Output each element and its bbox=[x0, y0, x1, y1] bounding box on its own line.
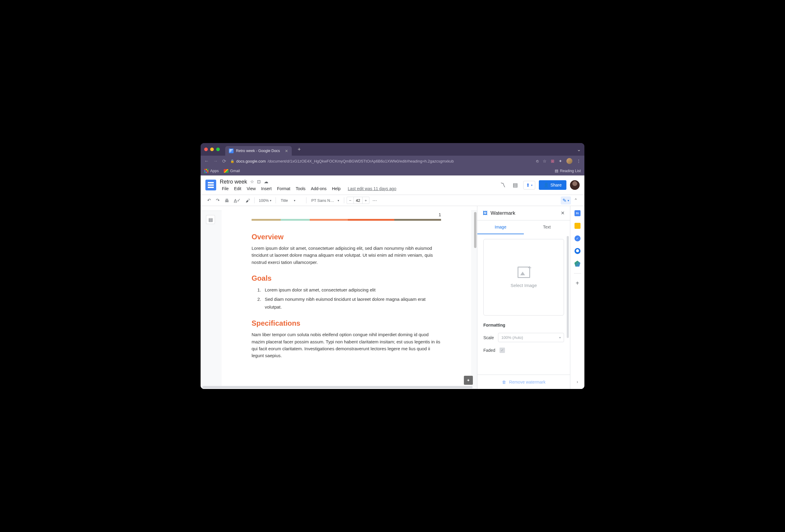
menu-edit[interactable]: Edit bbox=[232, 186, 244, 192]
menu-addons[interactable]: Add-ons bbox=[309, 186, 329, 192]
reload-button[interactable]: ⟳ bbox=[222, 158, 226, 164]
font-select[interactable]: PT Sans N…▾ bbox=[309, 198, 341, 203]
remove-watermark-button[interactable]: 🗑 Remove watermark bbox=[477, 375, 570, 389]
heading-goals[interactable]: Goals bbox=[252, 274, 441, 282]
share-button[interactable]: 👤 Share bbox=[539, 180, 566, 190]
menu-view[interactable]: View bbox=[245, 186, 258, 192]
more-tools-button[interactable]: ⋯ bbox=[371, 197, 379, 204]
zoom-select[interactable]: 100%▾ bbox=[257, 198, 273, 203]
cloud-status-icon[interactable]: ☁ bbox=[264, 179, 268, 184]
outline-toggle-button[interactable]: ▤ bbox=[206, 215, 215, 224]
scale-select[interactable]: 100% (Auto) ▾ bbox=[498, 333, 564, 342]
gmail-bookmark[interactable]: Gmail bbox=[224, 169, 240, 173]
docs-logo-icon[interactable] bbox=[205, 180, 216, 191]
spellcheck-button[interactable]: A✓ bbox=[232, 197, 243, 204]
last-edit-link[interactable]: Last edit was 11 days ago bbox=[346, 186, 399, 192]
collapse-rail-button[interactable]: › bbox=[575, 379, 581, 385]
address-bar: ← → ⟳ 🔒 docs.google.com/document/d/1xG1z… bbox=[201, 156, 584, 167]
close-window[interactable] bbox=[204, 148, 208, 151]
contacts-icon[interactable] bbox=[575, 248, 581, 254]
present-caret-icon: ▾ bbox=[531, 183, 533, 187]
font-size-input[interactable] bbox=[354, 197, 362, 204]
menu-format[interactable]: Format bbox=[275, 186, 293, 192]
forward-button[interactable]: → bbox=[213, 158, 218, 164]
heading-overview[interactable]: Overview bbox=[252, 233, 441, 241]
document-title[interactable]: Retro week bbox=[220, 179, 247, 185]
print-button[interactable]: 🖶 bbox=[223, 197, 231, 204]
reading-list-button[interactable]: ▤ Reading List bbox=[555, 169, 581, 173]
browser-tab[interactable]: Retro week - Google Docs ✕ bbox=[225, 146, 292, 156]
heading-specs[interactable]: Specifications bbox=[252, 319, 441, 328]
bookmarks-bar: Apps Gmail ▤ Reading List bbox=[201, 167, 584, 175]
maps-icon[interactable] bbox=[575, 261, 581, 267]
font-size-increase[interactable]: + bbox=[362, 197, 369, 204]
goals-list[interactable]: Lorem ipsum dolor sit amet, consectetuer… bbox=[252, 286, 441, 311]
docs-header: Retro week ☆ ⊡ ☁ File Edit View Insert F… bbox=[201, 175, 584, 195]
maximize-window[interactable] bbox=[216, 148, 220, 151]
close-tab-icon[interactable]: ✕ bbox=[285, 149, 288, 153]
minimize-window[interactable] bbox=[210, 148, 214, 151]
list-item[interactable]: Sed diam nonummy nibh euismod tincidunt … bbox=[262, 296, 441, 311]
browser-window: Retro week - Google Docs ✕ + ⌄ ← → ⟳ 🔒 d… bbox=[201, 143, 584, 389]
menu-tools[interactable]: Tools bbox=[294, 186, 308, 192]
list-item[interactable]: Lorem ipsum dolor sit amet, consectetuer… bbox=[262, 286, 441, 294]
comments-icon[interactable]: ▤ bbox=[511, 180, 520, 190]
close-panel-button[interactable]: ✕ bbox=[561, 210, 565, 216]
url-field[interactable]: 🔒 docs.google.com/document/d/1xG1zOE4X_H… bbox=[230, 159, 532, 163]
style-select[interactable]: Title▾ bbox=[278, 198, 304, 203]
tab-image[interactable]: Image bbox=[477, 221, 524, 234]
menu-help[interactable]: Help bbox=[330, 186, 343, 192]
mode-caret-icon: ▾ bbox=[567, 199, 569, 202]
main-area: ▤ 1 Overview Lorem ipsum dolor sit amet,… bbox=[201, 206, 584, 389]
overview-body[interactable]: Lorem ipsum dolor sit amet, consectetuer… bbox=[252, 245, 441, 266]
panel-scrollbar[interactable] bbox=[567, 236, 569, 338]
select-image-dropzone[interactable]: Select Image bbox=[483, 239, 564, 315]
account-avatar[interactable] bbox=[570, 180, 580, 190]
horizontal-scrollbar[interactable] bbox=[201, 386, 477, 388]
explore-button[interactable]: ✦ bbox=[464, 376, 473, 385]
apps-grid-icon bbox=[204, 169, 208, 173]
paint-format-button[interactable]: 🖌 bbox=[244, 197, 252, 204]
activity-icon[interactable]: 〽 bbox=[498, 180, 507, 190]
font-size-decrease[interactable]: − bbox=[347, 197, 354, 204]
lock-icon: 🔒 bbox=[230, 159, 234, 163]
menu-insert[interactable]: Insert bbox=[259, 186, 274, 192]
page-canvas[interactable]: 1 Overview Lorem ipsum dolor sit amet, c… bbox=[222, 206, 471, 389]
bookmark-star-icon[interactable]: ☆ bbox=[543, 159, 547, 163]
editing-mode-button[interactable]: ✎ ▾ bbox=[561, 197, 571, 204]
titlebar: Retro week - Google Docs ✕ + ⌄ bbox=[201, 143, 584, 156]
present-arrow-icon: ⬆ bbox=[526, 182, 530, 188]
menu-file[interactable]: File bbox=[220, 186, 231, 192]
tab-overflow-icon[interactable]: ⌄ bbox=[577, 147, 581, 152]
docs-favicon bbox=[229, 148, 234, 153]
kebab-menu-icon[interactable]: ⋮ bbox=[577, 159, 581, 163]
present-button[interactable]: ⬆ ▾ bbox=[523, 181, 535, 189]
rail-divider bbox=[574, 273, 581, 274]
keep-icon[interactable] bbox=[575, 223, 581, 229]
toolbar: ↶ ↷ 🖶 A✓ 🖌 100%▾ Title▾ PT Sans N…▾ − + bbox=[201, 195, 584, 206]
tab-text[interactable]: Text bbox=[524, 221, 570, 234]
share-url-icon[interactable]: ⎋ bbox=[536, 159, 538, 163]
select-image-label: Select Image bbox=[511, 283, 537, 288]
extensions-puzzle-icon[interactable]: ✦ bbox=[559, 159, 562, 163]
star-icon[interactable]: ☆ bbox=[250, 179, 254, 184]
vertical-scrollbar[interactable] bbox=[474, 212, 477, 248]
undo-button[interactable]: ↶ bbox=[205, 197, 213, 204]
panel-title: Watermark bbox=[490, 210, 558, 216]
new-tab-button[interactable]: + bbox=[298, 146, 301, 153]
add-image-icon bbox=[517, 267, 530, 278]
faded-checkbox[interactable]: ✓ bbox=[500, 348, 505, 353]
profile-avatar[interactable] bbox=[566, 158, 573, 164]
panel-tabs: Image Text bbox=[477, 221, 570, 234]
collapse-toolbar-button[interactable]: ⌃ bbox=[572, 197, 580, 204]
redo-button[interactable]: ↷ bbox=[214, 197, 222, 204]
add-addon-button[interactable]: + bbox=[575, 280, 581, 286]
specs-body[interactable]: Nam liber tempor cum soluta nobis eleife… bbox=[252, 331, 441, 359]
back-button[interactable]: ← bbox=[204, 158, 209, 164]
reading-list-icon: ▤ bbox=[555, 169, 558, 173]
tasks-icon[interactable] bbox=[575, 235, 581, 242]
extension-icon[interactable]: ⊞ bbox=[551, 159, 554, 163]
calendar-icon[interactable]: 31 bbox=[575, 210, 581, 216]
move-icon[interactable]: ⊡ bbox=[257, 179, 261, 184]
apps-bookmark[interactable]: Apps bbox=[204, 169, 219, 173]
